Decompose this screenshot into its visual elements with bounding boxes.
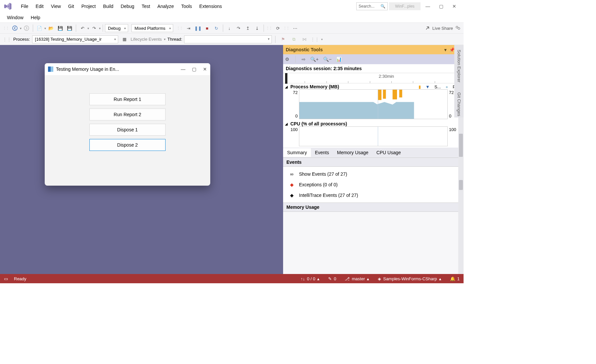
process-select[interactable]: [16328] Testing_Memory_Usage_ir <box>32 35 118 43</box>
app-title: Testing Memory Usage in En... <box>56 67 119 72</box>
search-input[interactable]: Search... 🔍 <box>356 2 388 10</box>
diag-tab-summary[interactable]: Summary <box>283 148 311 157</box>
edits-indicator[interactable]: ✎0 <box>328 276 336 281</box>
diagnostic-tools-title[interactable]: Diagnostic Tools ▾ 📌 ✕ <box>283 45 464 54</box>
account-icon[interactable] <box>455 25 461 31</box>
menu-test[interactable]: Test <box>138 3 154 10</box>
lifecycle-icon[interactable]: ▦ <box>120 35 129 44</box>
live-share-icon <box>425 25 430 31</box>
reset-view-icon[interactable]: 📊 <box>336 57 342 62</box>
repo-indicator[interactable]: ◈Samples-WinForms-CSharp▴ <box>378 276 441 281</box>
stack-frame-icon[interactable]: ⋈ <box>300 35 309 44</box>
svg-point-1 <box>24 26 29 30</box>
menu-window[interactable]: Window <box>3 14 27 21</box>
window-position-icon[interactable]: ▾ <box>444 47 447 52</box>
repo-icon: ◈ <box>378 276 381 281</box>
menu-analyze[interactable]: Analyze <box>154 3 177 10</box>
solution-explorer-tab[interactable]: Solution Explorer <box>456 48 462 84</box>
config-select[interactable]: Debug <box>105 24 128 32</box>
menu-edit[interactable]: Edit <box>32 3 47 10</box>
app-maximize-button[interactable]: ▢ <box>192 67 196 72</box>
app-button-run-report-1[interactable]: Run Report 1 <box>89 93 166 105</box>
step-out-button[interactable]: ↥ <box>244 24 252 32</box>
app-icon <box>48 67 53 72</box>
solution-title-chip: WinF...ples <box>389 2 421 10</box>
app-minimize-button[interactable]: — <box>181 67 185 72</box>
main-menu: FileEditViewGitProjectBuildDebugTestAnal… <box>17 3 225 10</box>
hot-reload-icon[interactable]: ⟳ <box>274 24 282 32</box>
menu-extensions[interactable]: Extensions <box>196 3 225 10</box>
diag-tab-memory-usage[interactable]: Memory Usage <box>333 148 372 157</box>
platform-select[interactable]: Mixed Platforms <box>131 24 173 32</box>
memory-chart-plot[interactable] <box>299 89 448 119</box>
step-icon[interactable]: ⇥ <box>184 24 193 32</box>
updown-icon: ↑↓ <box>301 276 305 281</box>
settings-icon[interactable]: ⚙ <box>285 57 289 62</box>
event-item[interactable]: ◆Exceptions (0 of 0) <box>283 179 464 190</box>
stop-button[interactable]: ■ <box>203 24 212 32</box>
event-item[interactable]: ∞Show Events (27 of 27) <box>283 169 464 179</box>
menu-build[interactable]: Build <box>99 3 117 10</box>
search-icon: 🔍 <box>380 4 385 9</box>
flag-icon[interactable]: ⚑ <box>279 35 287 44</box>
notifications-button[interactable]: 🔔1 <box>450 276 460 281</box>
app-close-button[interactable]: ✕ <box>203 67 207 72</box>
app-button-run-report-2[interactable]: Run Report 2 <box>89 109 166 120</box>
undo-button[interactable]: ↶ <box>78 24 87 32</box>
debuggee-window: Testing Memory Usage in En... — ▢ ✕ Run … <box>45 63 210 186</box>
events-section-header: Events <box>283 158 464 167</box>
cpu-chart-title: CPU (% of all processors) <box>290 121 347 126</box>
branch-indicator[interactable]: ⎇master▴ <box>345 276 369 281</box>
threads-icon[interactable]: ⧉ <box>289 35 298 44</box>
standard-toolbar: ⋮⋮ ▾ 📄 ▾ 📂 💾 💾 ↶▾ ↷▾ Debug Mixed Platfor… <box>0 23 464 34</box>
menu-file[interactable]: File <box>17 3 32 10</box>
menu-project[interactable]: Project <box>78 3 100 10</box>
select-tools-icon[interactable]: ⇨ <box>302 57 306 62</box>
svg-point-2 <box>456 26 458 28</box>
diag-tab-events[interactable]: Events <box>311 148 333 157</box>
errors-indicator[interactable]: ↑↓0 / 0▴ <box>301 276 320 281</box>
menu-help[interactable]: Help <box>27 14 44 21</box>
menu-git[interactable]: Git <box>65 3 78 10</box>
cpu-chart-plot[interactable] <box>299 126 448 146</box>
nav-back-button[interactable] <box>11 24 19 32</box>
restart-button[interactable]: ↻ <box>212 24 221 32</box>
pin-icon[interactable]: 📌 <box>449 47 455 52</box>
timeline-ruler[interactable]: 2:30min 2: <box>283 73 464 83</box>
cpu-y-max-left: 100 <box>286 127 298 132</box>
save-button[interactable]: 💾 <box>56 24 65 32</box>
step-over-button[interactable]: ↷ <box>234 24 243 32</box>
redo-button[interactable]: ↷ <box>90 24 98 32</box>
zoom-out-icon[interactable]: 🔍− <box>323 57 331 62</box>
menu-tools[interactable]: Tools <box>177 3 196 10</box>
app-button-dispose-1[interactable]: Dispose 1 <box>89 124 166 136</box>
step-into-button[interactable]: ↓ <box>225 24 234 32</box>
thread-select[interactable] <box>184 35 272 43</box>
save-all-button[interactable]: 💾 <box>65 24 74 32</box>
menu-view[interactable]: View <box>47 3 65 10</box>
workspace: Testing Memory Usage in En... — ▢ ✕ Run … <box>0 45 464 274</box>
nav-fwd-button[interactable] <box>22 24 31 32</box>
diagnostic-toolbar: ⚙ ⇨ 🔍+ 🔍− 📊 <box>283 54 464 64</box>
run-to-cursor-button[interactable]: ⤓ <box>253 24 262 32</box>
diag-tab-cpu-usage[interactable]: CPU Usage <box>372 148 405 157</box>
svg-point-3 <box>458 27 460 29</box>
debuggee-titlebar[interactable]: Testing Memory Usage in En... — ▢ ✕ <box>45 63 210 75</box>
zoom-in-icon[interactable]: 🔍+ <box>310 57 319 62</box>
branch-icon: ⎇ <box>345 276 350 281</box>
minimize-button[interactable]: — <box>422 2 434 11</box>
diagnostic-tools-panel: Diagnostic Tools ▾ 📌 ✕ ⚙ ⇨ 🔍+ 🔍− 📊 Diagn… <box>283 45 464 274</box>
git-changes-tab[interactable]: Git Changes <box>456 91 462 117</box>
new-item-button[interactable]: 📄 <box>35 24 44 32</box>
pause-button[interactable]: ❚❚ <box>194 24 202 32</box>
event-item[interactable]: ◆IntelliTrace Events (27 of 27) <box>283 190 464 201</box>
menu-debug[interactable]: Debug <box>117 3 138 10</box>
restore-button[interactable]: ▢ <box>435 2 447 11</box>
gc-marker-icon: ▮ <box>419 84 421 89</box>
open-button[interactable]: 📂 <box>47 24 55 32</box>
app-button-dispose-2[interactable]: Dispose 2 <box>89 139 166 151</box>
svg-rect-7 <box>399 90 402 97</box>
misc-tool-icon[interactable]: ⋯ <box>291 24 300 32</box>
close-button[interactable]: ✕ <box>448 2 460 11</box>
live-share-button[interactable]: Live Share <box>432 26 453 31</box>
